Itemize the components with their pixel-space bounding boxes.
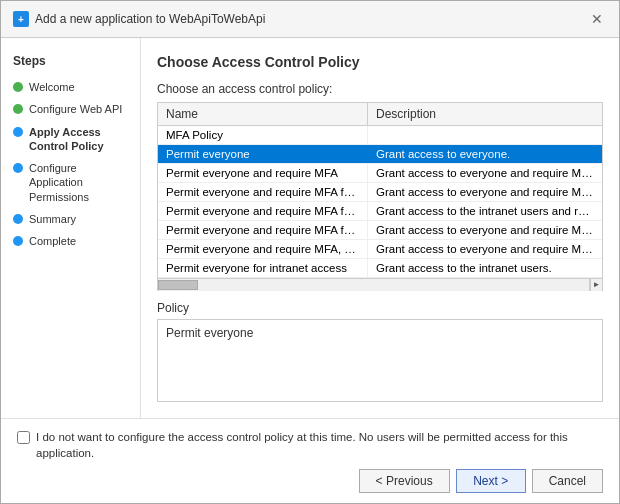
table-section-label: Choose an access control policy: bbox=[157, 82, 603, 96]
previous-button[interactable]: < Previous bbox=[359, 469, 450, 493]
table-cell-description: Grant access to everyone and require MFA… bbox=[368, 240, 602, 258]
sidebar-item-complete[interactable]: Complete bbox=[13, 234, 128, 248]
title-bar: + Add a new application to WebApiToWebAp… bbox=[1, 1, 619, 38]
cancel-button[interactable]: Cancel bbox=[532, 469, 603, 493]
step-dot-configure-app-perms bbox=[13, 163, 23, 173]
table-cell-name: MFA Policy bbox=[158, 126, 368, 144]
table-cell-name: Permit everyone for intranet access bbox=[158, 259, 368, 277]
step-label-welcome: Welcome bbox=[29, 80, 75, 94]
step-dot-welcome bbox=[13, 82, 23, 92]
table-cell-name: Permit everyone bbox=[158, 145, 368, 163]
dialog-title: Add a new application to WebApiToWebApi bbox=[35, 12, 265, 26]
table-row[interactable]: Permit everyone and require MFA from ext… bbox=[158, 202, 602, 221]
dialog-content: Steps Welcome Configure Web API Apply Ac… bbox=[1, 38, 619, 418]
step-dot-apply-access-control bbox=[13, 127, 23, 137]
table-body: MFA PolicyPermit everyoneGrant access to… bbox=[158, 126, 602, 278]
table-cell-description: Grant access to everyone and require MFA… bbox=[368, 221, 602, 239]
step-label-complete: Complete bbox=[29, 234, 76, 248]
steps-sidebar: Steps Welcome Configure Web API Apply Ac… bbox=[1, 38, 141, 418]
step-label-summary: Summary bbox=[29, 212, 76, 226]
main-dialog: + Add a new application to WebApiToWebAp… bbox=[0, 0, 620, 504]
table-row[interactable]: Permit everyone and require MFA for spec… bbox=[158, 183, 602, 202]
table-header: Name Description bbox=[158, 103, 602, 126]
step-dot-summary bbox=[13, 214, 23, 224]
button-row: < Previous Next > Cancel bbox=[17, 469, 603, 493]
no-policy-checkbox[interactable] bbox=[17, 431, 30, 444]
table-row[interactable]: Permit everyoneGrant access to everyone. bbox=[158, 145, 602, 164]
table-cell-description: Grant access to everyone and require MFA… bbox=[368, 164, 602, 182]
table-cell-name: Permit everyone and require MFA from ext… bbox=[158, 202, 368, 220]
close-button[interactable]: ✕ bbox=[587, 9, 607, 29]
dialog-footer: I do not want to configure the access co… bbox=[1, 418, 619, 503]
policy-section: Policy Permit everyone bbox=[157, 301, 603, 402]
table-row[interactable]: MFA Policy bbox=[158, 126, 602, 145]
table-cell-name: Permit everyone and require MFA, allow a… bbox=[158, 240, 368, 258]
step-dot-complete bbox=[13, 236, 23, 246]
table-cell-name: Permit everyone and require MFA for spec… bbox=[158, 183, 368, 201]
table-cell-name: Permit everyone and require MFA from una… bbox=[158, 221, 368, 239]
steps-title: Steps bbox=[13, 54, 128, 68]
horizontal-scrollbar: ► bbox=[157, 279, 603, 291]
table-row[interactable]: Permit everyone and require MFA from una… bbox=[158, 221, 602, 240]
next-button[interactable]: Next > bbox=[456, 469, 526, 493]
table-cell-description: Grant access to everyone. bbox=[368, 145, 602, 163]
sidebar-item-apply-access-control[interactable]: Apply Access Control Policy bbox=[13, 125, 128, 154]
sidebar-item-welcome[interactable]: Welcome bbox=[13, 80, 128, 94]
h-scroll-thumb[interactable] bbox=[158, 280, 198, 290]
table-cell-description: Grant access to everyone and require MFA… bbox=[368, 183, 602, 201]
sidebar-item-summary[interactable]: Summary bbox=[13, 212, 128, 226]
table-row[interactable]: Permit everyone and require MFAGrant acc… bbox=[158, 164, 602, 183]
table-cell-name: Permit everyone and require MFA bbox=[158, 164, 368, 182]
col-description-header: Description bbox=[368, 103, 602, 125]
step-label-configure-app-perms: Configure Application Permissions bbox=[29, 161, 128, 204]
sidebar-item-configure-app-perms[interactable]: Configure Application Permissions bbox=[13, 161, 128, 204]
table-cell-description: Grant access to the intranet users. bbox=[368, 259, 602, 277]
policy-label: Policy bbox=[157, 301, 603, 315]
table-row[interactable]: Permit everyone and require MFA, allow a… bbox=[158, 240, 602, 259]
table-cell-description bbox=[368, 126, 602, 144]
policy-table: Name Description MFA PolicyPermit everyo… bbox=[157, 102, 603, 279]
page-title: Choose Access Control Policy bbox=[157, 54, 603, 70]
step-dot-configure-web-api bbox=[13, 104, 23, 114]
no-policy-checkbox-label: I do not want to configure the access co… bbox=[36, 429, 603, 461]
app-icon: + bbox=[13, 11, 29, 27]
table-cell-description: Grant access to the intranet users and r… bbox=[368, 202, 602, 220]
table-row[interactable]: Permit everyone for intranet accessGrant… bbox=[158, 259, 602, 278]
sidebar-item-configure-web-api[interactable]: Configure Web API bbox=[13, 102, 128, 116]
h-scroll-track[interactable] bbox=[158, 279, 590, 291]
step-label-apply-access-control: Apply Access Control Policy bbox=[29, 125, 128, 154]
policy-box: Permit everyone bbox=[157, 319, 603, 402]
scroll-right-arrow[interactable]: ► bbox=[590, 279, 602, 291]
main-panel: Choose Access Control Policy Choose an a… bbox=[141, 38, 619, 418]
col-name-header: Name bbox=[158, 103, 368, 125]
step-label-configure-web-api: Configure Web API bbox=[29, 102, 122, 116]
no-policy-checkbox-row: I do not want to configure the access co… bbox=[17, 429, 603, 461]
